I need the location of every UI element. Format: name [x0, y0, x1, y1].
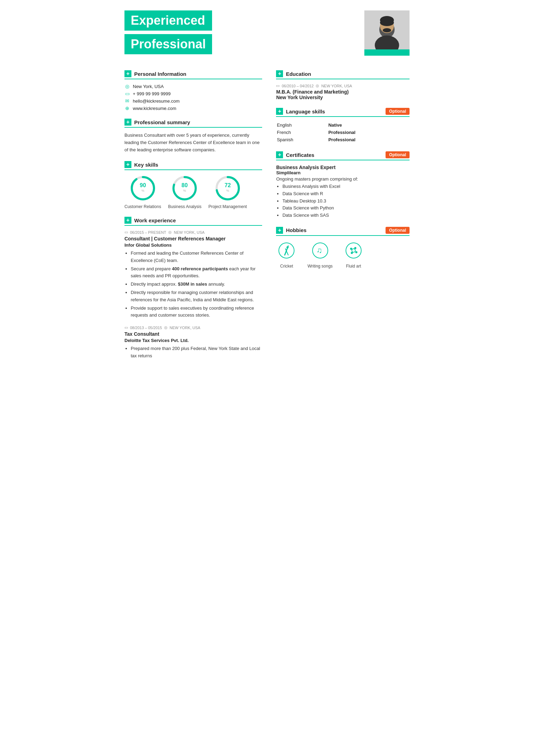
- job-bullet: Directly impact approx. $30M in sales an…: [131, 281, 262, 288]
- skill-label: Project Management: [208, 204, 247, 209]
- cert-bullet: Tableau Desktop 10.3: [282, 198, 410, 205]
- personal-info-content: ◎ New York, USA ▭ + 999 99 999 9999 ✉ he…: [124, 83, 262, 111]
- person-silhouette: [364, 10, 410, 56]
- language-row: French Professional: [277, 129, 409, 136]
- svg-text:90: 90: [140, 182, 146, 188]
- phone-icon: ▭: [124, 91, 130, 96]
- header-title: Experienced Professional: [124, 10, 212, 54]
- cal-icon: ▭: [124, 325, 128, 330]
- lang-level: Native: [328, 122, 409, 128]
- hobby-icon-music: ♫: [310, 240, 331, 261]
- lang-name: French: [277, 129, 327, 136]
- job-meta: ▭ 08/2013 – 05/2015 ◎ NEW YORK, USA: [124, 325, 262, 330]
- hobby-label: Cricket: [280, 264, 293, 269]
- personal-info-section-header: + Personal Information: [124, 70, 262, 79]
- main-content: + Personal Information ◎ New York, USA ▭…: [111, 63, 423, 380]
- edu-degree: M.B.A. (Finance and Marketing): [276, 89, 410, 95]
- languages-table: English Native French Professional Spani…: [276, 121, 410, 144]
- svg-text:72: 72: [225, 182, 231, 188]
- skills-section-header: + Key skills: [124, 161, 262, 170]
- email-text: hello@kickresume.com: [133, 98, 180, 104]
- job-company: Infor Global Solutions: [124, 242, 262, 248]
- cert-bullet: Business Analysis with Excel: [282, 183, 410, 190]
- job-bullets-list: Formed and leading the Customer Referenc…: [124, 250, 262, 319]
- education-section-header: + Education: [276, 70, 410, 79]
- job-block: ▭ 06/2015 – PRESENT ◎ NEW YORK, USA Cons…: [124, 230, 262, 319]
- website-text: www.kickresume.com: [133, 106, 176, 111]
- pin-icon: ◎: [168, 230, 172, 234]
- location-item: ◎ New York, USA: [124, 83, 262, 89]
- edu-school: New York University: [276, 95, 410, 100]
- lang-name: English: [277, 122, 327, 128]
- certificates-content: Business Analysis Expert Simplilearn Ong…: [276, 165, 410, 219]
- edu-meta: ▭ 06/2010 – 04/2012 ◎ NEW YORK, USA: [276, 83, 410, 88]
- cert-bullet: Data Science with Python: [282, 205, 410, 212]
- hobbies-row: Cricket ♫ Writing songs Fluid art: [276, 240, 410, 269]
- phone-text: + 999 99 999 9999: [133, 91, 171, 96]
- personal-info-title: Personal Information: [134, 71, 262, 77]
- pin-icon: ◎: [164, 325, 168, 330]
- job-title: Consultant | Customer References Manager: [124, 236, 262, 242]
- location-icon: ◎: [124, 83, 130, 89]
- website-icon: ⊕: [124, 105, 130, 111]
- job-title: Tax Consultant: [124, 331, 262, 338]
- certificates-section-header: + Certificates Optional: [276, 151, 410, 160]
- hobby-label: Fluid art: [346, 264, 361, 269]
- summary-text: Business Consultant with over 5 years of…: [124, 132, 262, 153]
- education-content: ▭ 06/2010 – 04/2012 ◎ NEW YORK, USA M.B.…: [276, 83, 410, 100]
- header: Experienced Professional: [111, 0, 423, 63]
- title-line1: Experienced: [124, 10, 212, 31]
- hobby-label: Writing songs: [307, 264, 332, 269]
- language-row: English Native: [277, 122, 409, 128]
- skills-plus-icon: +: [124, 161, 131, 168]
- job-date-range: 06/2015 – PRESENT: [130, 230, 166, 234]
- pin-icon: ◎: [316, 83, 319, 88]
- website-item: ⊕ www.kickresume.com: [124, 105, 262, 111]
- language-row: Spanish Professional: [277, 136, 409, 143]
- title-line2: Professional: [124, 34, 212, 54]
- skill-item: 80 % Business Analysis: [168, 174, 201, 209]
- lang-level: Professional: [328, 136, 409, 143]
- svg-text:%: %: [141, 189, 144, 192]
- svg-point-6: [383, 28, 391, 32]
- skill-donut: 90 %: [129, 174, 157, 202]
- personal-info-plus-icon: +: [124, 70, 131, 77]
- hobby-item: Fluid art: [343, 240, 364, 269]
- summary-plus-icon: +: [124, 119, 131, 126]
- hobby-icon-cricket: [276, 240, 297, 261]
- summary-title: Professional summary: [134, 119, 262, 125]
- hobbies-title: Hobbies: [286, 227, 383, 233]
- left-column: + Personal Information ◎ New York, USA ▭…: [124, 63, 273, 366]
- certificates-optional-badge: Optional: [386, 151, 410, 158]
- location-text: New York, USA: [133, 84, 164, 89]
- cal-icon: ▭: [276, 83, 280, 88]
- job-bullets-list: Prepared more than 200 plus Federal, New…: [124, 345, 262, 360]
- job-location: NEW YORK, USA: [174, 230, 204, 234]
- languages-section-header: + Language skills Optional: [276, 108, 410, 117]
- job-bullet: Directly responsible for managing custom…: [131, 289, 262, 304]
- hobby-item: ♫ Writing songs: [307, 240, 332, 269]
- cert-desc: Ongoing masters program comprising of:: [276, 176, 410, 182]
- certificates-title-label: Certificates: [286, 152, 383, 158]
- skill-donut: 72 %: [214, 174, 242, 202]
- languages-plus-icon: +: [276, 108, 283, 115]
- right-column: + Education ▭ 06/2010 – 04/2012 ◎ NEW YO…: [273, 63, 410, 366]
- svg-point-26: [346, 243, 361, 258]
- cert-bullet: Data Science with R: [282, 190, 410, 198]
- work-plus-icon: +: [124, 217, 131, 224]
- svg-text:♫: ♫: [316, 246, 322, 255]
- cert-title: Business Analysis Expert: [276, 165, 410, 170]
- lang-level: Professional: [328, 129, 409, 136]
- svg-text:%: %: [183, 189, 186, 192]
- music-icon: ♫: [312, 242, 329, 259]
- profile-photo: [364, 10, 410, 56]
- education-title: Education: [286, 71, 410, 77]
- edu-date-range: 06/2010 – 04/2012: [282, 84, 314, 88]
- work-title: Work experience: [134, 217, 262, 223]
- job-bullet: Formed and leading the Customer Referenc…: [131, 250, 262, 264]
- job-location: NEW YORK, USA: [170, 326, 200, 330]
- svg-text:%: %: [226, 189, 229, 192]
- job-bullet: Secure and prepare 400 reference partici…: [131, 265, 262, 280]
- svg-point-9: [132, 177, 154, 199]
- skill-label: Customer Relations: [124, 204, 161, 209]
